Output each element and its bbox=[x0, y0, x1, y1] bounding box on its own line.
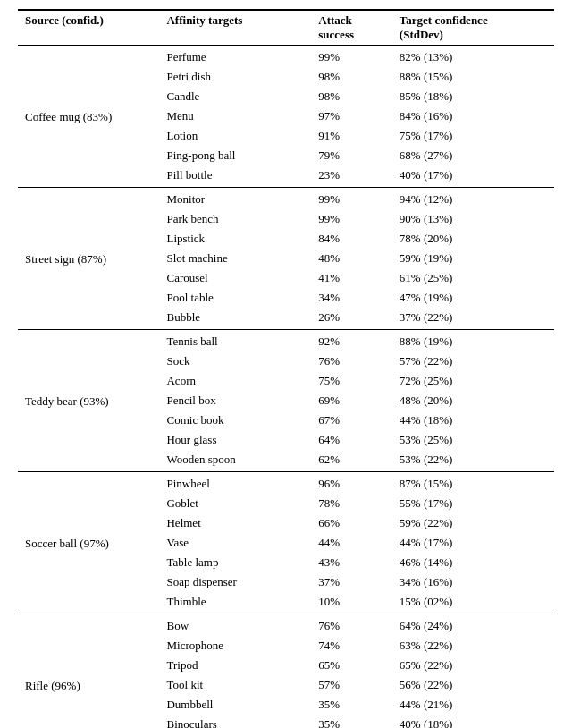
affinity-cell: Carousel bbox=[159, 268, 311, 288]
attack-cell: 84% bbox=[311, 229, 392, 249]
attack-cell: 91% bbox=[311, 126, 392, 146]
attack-cell: 35% bbox=[311, 695, 392, 715]
header-affinity: Affinity targets bbox=[159, 10, 311, 46]
attack-cell: 62% bbox=[311, 450, 392, 472]
confidence-cell: 65% (22%) bbox=[392, 656, 554, 675]
affinity-cell: Ping-pong ball bbox=[159, 146, 311, 165]
affinity-cell: Acorn bbox=[159, 371, 311, 391]
affinity-cell: Petri dish bbox=[159, 67, 311, 87]
attack-cell: 75% bbox=[311, 371, 392, 391]
confidence-cell: 46% (14%) bbox=[392, 553, 554, 572]
affinity-cell: Goblet bbox=[159, 494, 311, 513]
attack-cell: 92% bbox=[311, 330, 392, 352]
attack-cell: 65% bbox=[311, 656, 392, 675]
affinity-cell: Microphone bbox=[159, 636, 311, 656]
affinity-cell: Sock bbox=[159, 351, 311, 371]
attack-cell: 97% bbox=[311, 106, 392, 126]
affinity-cell: Comic book bbox=[159, 411, 311, 430]
affinity-cell: Slot machine bbox=[159, 249, 311, 268]
attack-cell: 37% bbox=[311, 572, 392, 592]
attack-cell: 48% bbox=[311, 249, 392, 268]
affinity-cell: Thimble bbox=[159, 592, 311, 614]
affinity-cell: Table lamp bbox=[159, 553, 311, 572]
affinity-cell: Tool kit bbox=[159, 675, 311, 695]
header-confidence: Target confidence(StdDev) bbox=[392, 10, 554, 46]
confidence-cell: 88% (15%) bbox=[392, 67, 554, 87]
affinity-cell: Bubble bbox=[159, 308, 311, 330]
attack-cell: 23% bbox=[311, 165, 392, 188]
attack-cell: 99% bbox=[311, 209, 392, 229]
confidence-cell: 78% (20%) bbox=[392, 229, 554, 249]
attack-cell: 98% bbox=[311, 67, 392, 87]
affinity-cell: Tripod bbox=[159, 656, 311, 675]
attack-cell: 74% bbox=[311, 636, 392, 656]
affinity-cell: Wooden spoon bbox=[159, 450, 311, 472]
affinity-cell: Binoculars bbox=[159, 715, 311, 728]
confidence-cell: 59% (22%) bbox=[392, 513, 554, 533]
attack-cell: 69% bbox=[311, 391, 392, 411]
affinity-cell: Helmet bbox=[159, 513, 311, 533]
affinity-cell: Lipstick bbox=[159, 229, 311, 249]
confidence-cell: 64% (24%) bbox=[392, 614, 554, 637]
confidence-cell: 40% (17%) bbox=[392, 165, 554, 188]
affinity-cell: Pencil box bbox=[159, 391, 311, 411]
confidence-cell: 59% (19%) bbox=[392, 249, 554, 268]
results-table: Source (confid.) Affinity targets Attack… bbox=[18, 9, 554, 728]
affinity-cell: Pool table bbox=[159, 288, 311, 308]
affinity-cell: Perfume bbox=[159, 46, 311, 68]
confidence-cell: 61% (25%) bbox=[392, 268, 554, 288]
confidence-cell: 47% (19%) bbox=[392, 288, 554, 308]
attack-cell: 35% bbox=[311, 715, 392, 728]
confidence-cell: 48% (20%) bbox=[392, 391, 554, 411]
affinity-cell: Vase bbox=[159, 533, 311, 553]
attack-cell: 98% bbox=[311, 87, 392, 106]
confidence-cell: 63% (22%) bbox=[392, 636, 554, 656]
header-attack: Attacksuccess bbox=[311, 10, 392, 46]
attack-cell: 76% bbox=[311, 351, 392, 371]
attack-cell: 79% bbox=[311, 146, 392, 165]
confidence-cell: 75% (17%) bbox=[392, 126, 554, 146]
confidence-cell: 90% (13%) bbox=[392, 209, 554, 229]
source-cell: Rifle (96%) bbox=[18, 614, 159, 729]
affinity-cell: Tennis ball bbox=[159, 330, 311, 352]
confidence-cell: 88% (19%) bbox=[392, 330, 554, 352]
source-cell: Teddy bear (93%) bbox=[18, 330, 159, 472]
source-cell: Coffee mug (83%) bbox=[18, 46, 159, 188]
confidence-cell: 44% (18%) bbox=[392, 411, 554, 430]
attack-cell: 57% bbox=[311, 675, 392, 695]
header-source: Source (confid.) bbox=[18, 10, 159, 46]
affinity-cell: Candle bbox=[159, 87, 311, 106]
confidence-cell: 44% (21%) bbox=[392, 695, 554, 715]
confidence-cell: 56% (22%) bbox=[392, 675, 554, 695]
affinity-cell: Hour glass bbox=[159, 430, 311, 450]
affinity-cell: Pill bottle bbox=[159, 165, 311, 188]
attack-cell: 64% bbox=[311, 430, 392, 450]
confidence-cell: 40% (18%) bbox=[392, 715, 554, 728]
source-cell: Street sign (87%) bbox=[18, 188, 159, 330]
affinity-cell: Soap dispenser bbox=[159, 572, 311, 592]
confidence-cell: 15% (02%) bbox=[392, 592, 554, 614]
attack-cell: 76% bbox=[311, 614, 392, 637]
attack-cell: 34% bbox=[311, 288, 392, 308]
affinity-cell: Pinwheel bbox=[159, 472, 311, 495]
attack-cell: 43% bbox=[311, 553, 392, 572]
attack-cell: 41% bbox=[311, 268, 392, 288]
attack-cell: 66% bbox=[311, 513, 392, 533]
affinity-cell: Lotion bbox=[159, 126, 311, 146]
affinity-cell: Monitor bbox=[159, 188, 311, 210]
confidence-cell: 34% (16%) bbox=[392, 572, 554, 592]
affinity-cell: Dumbbell bbox=[159, 695, 311, 715]
confidence-cell: 57% (22%) bbox=[392, 351, 554, 371]
confidence-cell: 72% (25%) bbox=[392, 371, 554, 391]
attack-cell: 78% bbox=[311, 494, 392, 513]
confidence-cell: 53% (25%) bbox=[392, 430, 554, 450]
confidence-cell: 84% (16%) bbox=[392, 106, 554, 126]
confidence-cell: 87% (15%) bbox=[392, 472, 554, 495]
affinity-cell: Bow bbox=[159, 614, 311, 637]
confidence-cell: 82% (13%) bbox=[392, 46, 554, 68]
attack-cell: 67% bbox=[311, 411, 392, 430]
confidence-cell: 68% (27%) bbox=[392, 146, 554, 165]
confidence-cell: 85% (18%) bbox=[392, 87, 554, 106]
affinity-cell: Menu bbox=[159, 106, 311, 126]
attack-cell: 44% bbox=[311, 533, 392, 553]
